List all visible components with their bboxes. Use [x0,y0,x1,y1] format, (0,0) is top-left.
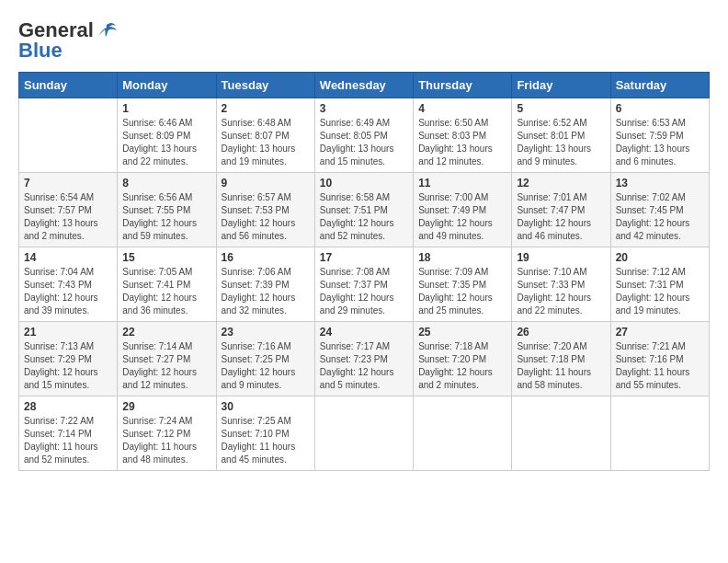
logo-blue: Blue [18,39,63,63]
calendar-cell: 27Sunrise: 7:21 AMSunset: 7:16 PMDayligh… [610,322,709,396]
day-number: 25 [418,326,506,339]
col-header-friday: Friday [512,73,610,98]
day-info: Sunrise: 7:20 AMSunset: 7:18 PMDaylight:… [517,340,605,392]
day-info: Sunrise: 6:52 AMSunset: 8:01 PMDaylight:… [517,117,605,168]
calendar-cell: 8Sunrise: 6:56 AMSunset: 7:55 PMDaylight… [118,173,216,247]
col-header-sunday: Sunday [19,73,118,98]
calendar-cell [610,396,709,471]
day-number: 12 [517,177,605,190]
calendar-cell: 10Sunrise: 6:58 AMSunset: 7:51 PMDayligh… [314,173,413,247]
calendar-cell: 23Sunrise: 7:16 AMSunset: 7:25 PMDayligh… [216,322,314,396]
calendar-week-row: 28Sunrise: 7:22 AMSunset: 7:14 PMDayligh… [19,396,710,471]
page-header: General Blue [18,18,710,63]
day-info: Sunrise: 7:25 AMSunset: 7:10 PMDaylight:… [222,415,310,466]
day-info: Sunrise: 7:05 AMSunset: 7:41 PMDaylight:… [122,266,210,317]
day-number: 8 [122,177,210,190]
day-number: 4 [418,102,506,115]
day-number: 15 [122,251,210,264]
calendar-cell: 25Sunrise: 7:18 AMSunset: 7:20 PMDayligh… [414,322,512,396]
calendar-cell: 11Sunrise: 7:00 AMSunset: 7:49 PMDayligh… [414,173,512,247]
calendar-cell: 29Sunrise: 7:24 AMSunset: 7:12 PMDayligh… [118,396,216,471]
day-number: 18 [418,251,506,264]
day-number: 11 [418,177,506,190]
day-info: Sunrise: 6:49 AMSunset: 8:05 PMDaylight:… [320,117,408,168]
col-header-tuesday: Tuesday [216,73,314,98]
day-info: Sunrise: 7:24 AMSunset: 7:12 PMDaylight:… [122,415,210,466]
col-header-wednesday: Wednesday [314,73,413,98]
day-info: Sunrise: 6:46 AMSunset: 8:09 PMDaylight:… [122,117,210,168]
calendar-week-row: 7Sunrise: 6:54 AMSunset: 7:57 PMDaylight… [19,173,710,247]
logo-bird-icon [97,22,118,39]
day-info: Sunrise: 7:14 AMSunset: 7:27 PMDaylight:… [122,340,210,392]
day-info: Sunrise: 7:22 AMSunset: 7:14 PMDaylight:… [24,415,112,466]
calendar-week-row: 14Sunrise: 7:04 AMSunset: 7:43 PMDayligh… [19,247,710,322]
day-info: Sunrise: 7:09 AMSunset: 7:35 PMDaylight:… [418,266,506,317]
calendar-cell [314,396,413,471]
calendar-cell: 1Sunrise: 6:46 AMSunset: 8:09 PMDaylight… [118,98,216,173]
calendar-cell [19,98,118,173]
day-info: Sunrise: 6:57 AMSunset: 7:53 PMDaylight:… [222,191,310,243]
day-number: 3 [320,102,408,115]
day-number: 21 [24,326,112,339]
day-info: Sunrise: 7:10 AMSunset: 7:33 PMDaylight:… [517,266,605,317]
day-number: 13 [616,177,704,190]
calendar-week-row: 21Sunrise: 7:13 AMSunset: 7:29 PMDayligh… [19,322,710,396]
calendar-cell: 16Sunrise: 7:06 AMSunset: 7:39 PMDayligh… [216,247,314,322]
calendar-cell [414,396,512,471]
day-number: 26 [517,326,605,339]
calendar-cell: 13Sunrise: 7:02 AMSunset: 7:45 PMDayligh… [610,173,709,247]
calendar-header-row: SundayMondayTuesdayWednesdayThursdayFrid… [19,73,710,98]
day-info: Sunrise: 6:53 AMSunset: 7:59 PMDaylight:… [616,117,704,168]
calendar-cell: 4Sunrise: 6:50 AMSunset: 8:03 PMDaylight… [414,98,512,173]
calendar-cell: 7Sunrise: 6:54 AMSunset: 7:57 PMDaylight… [19,173,118,247]
calendar-cell: 26Sunrise: 7:20 AMSunset: 7:18 PMDayligh… [512,322,610,396]
day-info: Sunrise: 7:18 AMSunset: 7:20 PMDaylight:… [418,340,506,392]
day-number: 17 [320,251,408,264]
day-number: 24 [320,326,408,339]
day-number: 1 [122,102,210,115]
day-info: Sunrise: 7:16 AMSunset: 7:25 PMDaylight:… [222,340,310,392]
col-header-thursday: Thursday [414,73,512,98]
calendar-cell: 22Sunrise: 7:14 AMSunset: 7:27 PMDayligh… [118,322,216,396]
day-info: Sunrise: 6:58 AMSunset: 7:51 PMDaylight:… [320,191,408,243]
day-number: 2 [222,102,310,115]
calendar-week-row: 1Sunrise: 6:46 AMSunset: 8:09 PMDaylight… [19,98,710,173]
day-number: 7 [24,177,112,190]
day-info: Sunrise: 7:00 AMSunset: 7:49 PMDaylight:… [418,191,506,243]
calendar-cell: 9Sunrise: 6:57 AMSunset: 7:53 PMDaylight… [216,173,314,247]
col-header-monday: Monday [118,73,216,98]
calendar-cell [512,396,610,471]
day-number: 22 [122,326,210,339]
calendar-cell: 19Sunrise: 7:10 AMSunset: 7:33 PMDayligh… [512,247,610,322]
day-info: Sunrise: 7:02 AMSunset: 7:45 PMDaylight:… [616,191,704,243]
day-info: Sunrise: 7:01 AMSunset: 7:47 PMDaylight:… [517,191,605,243]
calendar-table: SundayMondayTuesdayWednesdayThursdayFrid… [18,72,710,471]
calendar-cell: 17Sunrise: 7:08 AMSunset: 7:37 PMDayligh… [314,247,413,322]
logo: General Blue [18,18,118,63]
day-number: 20 [616,251,704,264]
calendar-cell: 6Sunrise: 6:53 AMSunset: 7:59 PMDaylight… [610,98,709,173]
day-info: Sunrise: 6:48 AMSunset: 8:07 PMDaylight:… [222,117,310,168]
day-info: Sunrise: 7:13 AMSunset: 7:29 PMDaylight:… [24,340,112,392]
calendar-cell: 3Sunrise: 6:49 AMSunset: 8:05 PMDaylight… [314,98,413,173]
day-info: Sunrise: 6:54 AMSunset: 7:57 PMDaylight:… [24,191,112,243]
day-info: Sunrise: 7:17 AMSunset: 7:23 PMDaylight:… [320,340,408,392]
calendar-cell: 15Sunrise: 7:05 AMSunset: 7:41 PMDayligh… [118,247,216,322]
calendar-cell: 18Sunrise: 7:09 AMSunset: 7:35 PMDayligh… [414,247,512,322]
day-info: Sunrise: 6:50 AMSunset: 8:03 PMDaylight:… [418,117,506,168]
day-number: 23 [222,326,310,339]
day-info: Sunrise: 6:56 AMSunset: 7:55 PMDaylight:… [122,191,210,243]
calendar-cell: 21Sunrise: 7:13 AMSunset: 7:29 PMDayligh… [19,322,118,396]
day-info: Sunrise: 7:12 AMSunset: 7:31 PMDaylight:… [616,266,704,317]
calendar-cell: 24Sunrise: 7:17 AMSunset: 7:23 PMDayligh… [314,322,413,396]
day-number: 5 [517,102,605,115]
day-number: 28 [24,400,112,413]
calendar-cell: 14Sunrise: 7:04 AMSunset: 7:43 PMDayligh… [19,247,118,322]
day-info: Sunrise: 7:08 AMSunset: 7:37 PMDaylight:… [320,266,408,317]
calendar-cell: 28Sunrise: 7:22 AMSunset: 7:14 PMDayligh… [19,396,118,471]
calendar-cell: 30Sunrise: 7:25 AMSunset: 7:10 PMDayligh… [216,396,314,471]
day-info: Sunrise: 7:04 AMSunset: 7:43 PMDaylight:… [24,266,112,317]
day-number: 10 [320,177,408,190]
calendar-cell: 12Sunrise: 7:01 AMSunset: 7:47 PMDayligh… [512,173,610,247]
day-number: 29 [122,400,210,413]
